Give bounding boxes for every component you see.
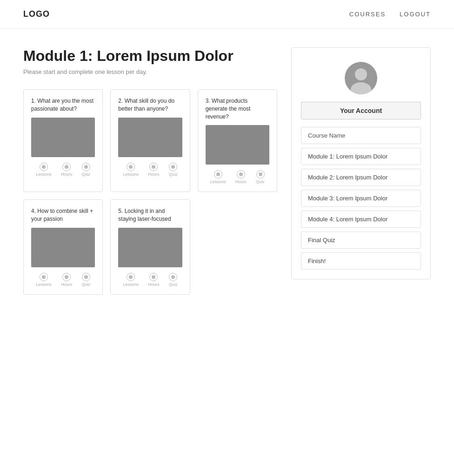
- card-2-title: 2. What skill do you do better than anyo…: [118, 97, 182, 113]
- page-title: Module 1: Lorem Ipsum Dolor: [23, 47, 277, 65]
- account-panel: Your Account Course Name Module 1: Lorem…: [291, 47, 431, 279]
- card-5-thumbnail: [118, 228, 182, 267]
- quiz-label: Quiz: [169, 282, 178, 287]
- card-4-stat-lessons: Lessons: [36, 273, 52, 287]
- card-3-stats: Lessons Hours Quiz: [206, 170, 269, 184]
- course-card-1[interactable]: 1. What are you the most passionate abou…: [23, 89, 103, 192]
- hours-label: Hours: [61, 172, 72, 177]
- lessons-label: Lessons: [36, 172, 52, 177]
- card-2-stat-quiz: Quiz: [169, 163, 178, 177]
- hours-icon: [149, 273, 158, 281]
- left-panel: Module 1: Lorem Ipsum Dolor Please start…: [23, 47, 277, 295]
- hours-icon: [149, 163, 158, 171]
- lessons-label: Lessons: [210, 179, 226, 184]
- lessons-label: Lessons: [36, 282, 52, 287]
- course-grid: 1. What are you the most passionate abou…: [23, 89, 277, 295]
- hours-label: Hours: [148, 172, 159, 177]
- nav-courses-link[interactable]: COURSES: [349, 11, 386, 18]
- quiz-icon: [256, 170, 265, 178]
- lessons-icon: [127, 273, 135, 281]
- quiz-icon: [169, 273, 177, 281]
- lessons-icon: [127, 163, 135, 171]
- navbar: LOGO COURSES LOGOUT: [0, 0, 454, 29]
- card-4-stat-hours: Hours: [61, 273, 72, 287]
- card-4-title: 4. How to combine skill + your passion: [31, 207, 95, 223]
- logo: LOGO: [23, 9, 50, 19]
- card-2-thumbnail: [118, 118, 182, 157]
- course-card-5[interactable]: 5. Locking it in and staying laser-focus…: [110, 199, 190, 295]
- card-5-stat-lessons: Lessons: [123, 273, 139, 287]
- card-5-stats: Lessons Hours Quiz: [118, 273, 182, 287]
- card-1-stat-quiz: Quiz: [82, 163, 91, 177]
- lessons-icon: [40, 273, 48, 281]
- account-links: Course Name Module 1: Lorem Ipsum Dolor …: [301, 127, 421, 270]
- card-4-stat-quiz: Quiz: [82, 273, 91, 287]
- finish-link[interactable]: Finish!: [301, 252, 421, 270]
- nav-links: COURSES LOGOUT: [349, 11, 431, 18]
- avatar-person: [351, 68, 371, 94]
- lessons-label: Lessons: [123, 282, 139, 287]
- card-1-thumbnail: [31, 118, 95, 157]
- lessons-icon: [40, 163, 48, 171]
- avatar-head: [355, 68, 367, 80]
- course-card-3[interactable]: 3. What products generate the most reven…: [198, 89, 277, 192]
- quiz-label: Quiz: [82, 282, 91, 287]
- card-5-title: 5. Locking it in and staying laser-focus…: [118, 207, 182, 223]
- nav-logout-link[interactable]: LOGOUT: [400, 11, 431, 18]
- card-2-stat-hours: Hours: [148, 163, 159, 177]
- your-account-button[interactable]: Your Account: [301, 102, 421, 119]
- card-1-stat-lessons: Lessons: [36, 163, 52, 177]
- course-card-2[interactable]: 2. What skill do you do better than anyo…: [110, 89, 190, 192]
- hours-icon: [62, 163, 71, 171]
- quiz-icon: [169, 163, 177, 171]
- card-3-stat-lessons: Lessons: [210, 170, 226, 184]
- course-name-label: Course Name: [301, 127, 421, 144]
- card-2-stat-lessons: Lessons: [123, 163, 139, 177]
- card-3-stat-quiz: Quiz: [256, 170, 265, 184]
- hours-label: Hours: [61, 282, 72, 287]
- card-4-thumbnail: [31, 228, 95, 267]
- hours-label: Hours: [235, 179, 247, 184]
- card-3-title: 3. What products generate the most reven…: [206, 97, 269, 120]
- lessons-label: Lessons: [123, 172, 139, 177]
- card-3-stat-hours: Hours: [235, 170, 247, 184]
- quiz-icon: [82, 163, 90, 171]
- lessons-icon: [214, 170, 222, 178]
- card-4-stats: Lessons Hours Quiz: [31, 273, 95, 287]
- module-4-link[interactable]: Module 4: Lorem Ipsum Dolor: [301, 211, 421, 228]
- quiz-icon: [82, 273, 90, 281]
- card-1-stats: Lessons Hours Quiz: [31, 163, 95, 177]
- avatar-body: [351, 82, 371, 94]
- quiz-label: Quiz: [256, 179, 265, 184]
- card-5-stat-quiz: Quiz: [169, 273, 178, 287]
- module-3-link[interactable]: Module 3: Lorem Ipsum Dolor: [301, 190, 421, 207]
- page-subtitle: Please start and complete one lesson per…: [23, 68, 277, 75]
- right-panel: Your Account Course Name Module 1: Lorem…: [291, 47, 431, 295]
- card-5-stat-hours: Hours: [148, 273, 159, 287]
- card-3-thumbnail: [206, 125, 269, 165]
- module-1-link[interactable]: Module 1: Lorem Ipsum Dolor: [301, 148, 421, 165]
- card-1-stat-hours: Hours: [61, 163, 72, 177]
- card-2-stats: Lessons Hours Quiz: [118, 163, 182, 177]
- final-quiz-link[interactable]: Final Quiz: [301, 231, 421, 249]
- hours-icon: [62, 273, 71, 281]
- card-1-title: 1. What are you the most passionate abou…: [31, 97, 95, 113]
- module-2-link[interactable]: Module 2: Lorem Ipsum Dolor: [301, 169, 421, 186]
- hours-icon: [237, 170, 245, 178]
- quiz-label: Quiz: [169, 172, 178, 177]
- quiz-label: Quiz: [82, 172, 91, 177]
- main-content: Module 1: Lorem Ipsum Dolor Please start…: [0, 29, 454, 313]
- avatar: [345, 62, 377, 94]
- hours-label: Hours: [148, 282, 159, 287]
- course-card-4[interactable]: 4. How to combine skill + your passion L…: [23, 199, 103, 295]
